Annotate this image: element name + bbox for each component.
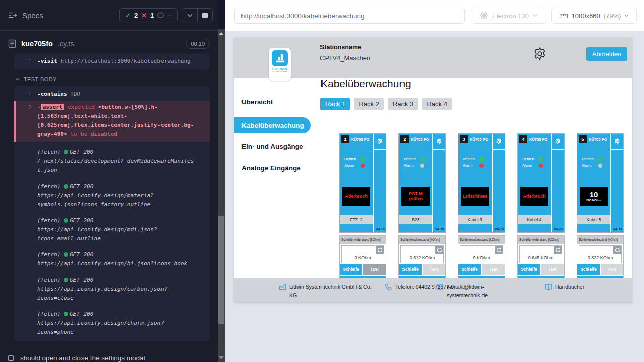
refresh-icon[interactable] <box>613 246 621 254</box>
refresh-icon[interactable] <box>554 246 562 254</box>
device-gear-icon[interactable] <box>552 134 564 150</box>
assert-message: assert expected <button.w-[50%].h-[1.563… <box>37 103 194 139</box>
status-ok-dot <box>64 278 68 282</box>
device-front: 4KÜ705-FOBetriebAlarmAderbruchKabel 4V4.… <box>517 133 565 233</box>
refresh-icon[interactable] <box>435 246 443 254</box>
cable-name: Kabel 3 <box>458 215 492 224</box>
aut-stage: Electron 130 1000x660 (79%) <box>225 0 644 362</box>
assert-chip: assert <box>41 104 65 110</box>
device-gear-icon[interactable] <box>611 134 623 150</box>
command-visit[interactable]: 1 visit http://localhost:3000/kabelueber… <box>14 56 210 67</box>
betrieb-led <box>479 157 484 161</box>
browser-select[interactable]: Electron 130 <box>471 8 546 24</box>
fetch-log-row[interactable]: (fetch) GET 200https://api.iconify.desig… <box>14 275 210 304</box>
refresh-icon[interactable] <box>376 246 384 254</box>
fetch-log-row[interactable]: (fetch) GET 200https://api.iconify.desig… <box>14 309 210 338</box>
refresh-icon[interactable] <box>495 246 503 254</box>
betrieb-led <box>361 157 365 161</box>
tdr-button[interactable]: TDR <box>363 264 386 275</box>
test-body-section[interactable]: TEST BODY <box>15 76 218 82</box>
schleife-button[interactable]: Schleife <box>577 264 600 275</box>
device-front: 3KÜ705-FOBetriebAlarmErdschlussKabel 3V4… <box>458 133 505 233</box>
footer-item-email[interactable]: kontakt@littwin-systemtechnik.de <box>436 283 495 300</box>
command-line-number: 1 <box>14 57 31 66</box>
tdr-button[interactable]: TDR <box>541 264 564 275</box>
device-number-badge: 1 <box>341 135 349 143</box>
alarm-led <box>361 164 365 168</box>
device-gear-icon[interactable] <box>433 134 445 150</box>
device-card-2: 2KÜ705-FOBetriebAlarmPST-M prüfenB23V4.1… <box>398 133 446 278</box>
resistance-label: Schleifenwiderstand [kOhm] <box>399 236 445 244</box>
status-ok-dot <box>64 150 68 154</box>
tdr-button[interactable]: TDR <box>482 264 505 275</box>
resistance-value: 0 KOhm <box>342 255 384 260</box>
fetch-method-status: GET 200 <box>70 311 93 317</box>
tdr-button[interactable]: TDR <box>423 264 445 275</box>
command-name: contains <box>37 90 67 97</box>
device-front: 1KÜ705-FOBetriebAlarmAderbruchFTZ_2V4.19 <box>339 133 386 233</box>
failed-assert-row[interactable]: 2 assert expected <button.w-[50%].h-[1.5… <box>14 101 210 142</box>
viewport-size-select[interactable]: 1000x660 (79%) <box>551 8 637 24</box>
pending-count: -- <box>167 12 172 19</box>
device-gear-icon[interactable] <box>374 134 386 150</box>
device-leds: BetriebAlarm <box>463 155 484 168</box>
littwin-logo-icon <box>272 50 288 66</box>
scroll-up-arrow[interactable] <box>219 32 224 35</box>
command-contains[interactable]: 1 contains TDR <box>14 88 210 100</box>
browser-url-bar: Electron 130 1000x660 (79%) <box>225 0 644 31</box>
url-input[interactable] <box>234 8 465 24</box>
viewport-zoom: (79%) <box>604 12 621 20</box>
status-ok-dot <box>64 218 68 223</box>
fetch-label: (fetch) <box>37 183 60 190</box>
rack-tab-3[interactable]: Rack 3 <box>388 98 418 110</box>
device-gear-icon[interactable] <box>493 134 505 150</box>
schleife-button[interactable]: Schleife <box>458 264 481 275</box>
settings-gear-icon[interactable] <box>532 46 547 61</box>
pending-test-title: should open and close the settings modal <box>20 354 145 362</box>
device-model: KÜ705-FO <box>589 137 607 142</box>
alarm-led <box>539 164 543 168</box>
device-leds: BetriebAlarm <box>344 155 365 168</box>
sidebar-item-1[interactable]: Übersicht <box>234 94 311 110</box>
resistance-value: 0.822 KOhm <box>579 255 621 260</box>
tdr-button[interactable]: TDR <box>601 264 623 275</box>
fetch-log-row[interactable]: (fetch) GET 200https://api.iconify.desig… <box>14 249 210 269</box>
betrieb-label: Betrieb <box>582 157 595 161</box>
sidebar-item-2[interactable]: Kabelüberwachung <box>234 117 311 133</box>
rack-tab-2[interactable]: Rack 2 <box>354 98 383 110</box>
chevron-down-icon <box>15 78 20 81</box>
stop-button[interactable] <box>197 9 212 22</box>
fetch-method-status: GET 200 <box>70 149 93 155</box>
rack-tab-1[interactable]: Rack 1 <box>320 98 350 110</box>
fetch-log-row[interactable]: (fetch) GET 200https://api.iconify.desig… <box>14 181 210 210</box>
alarm-label: Alarm <box>404 163 417 168</box>
footer-item-book[interactable]: Handbücher <box>545 283 616 293</box>
cable-name: FTZ_2 <box>340 215 373 224</box>
display-status: Erdschluss <box>462 194 488 199</box>
device-side-panel: V4.19 <box>492 134 505 232</box>
logout-button[interactable]: Abmelden <box>586 47 627 61</box>
schleife-button[interactable]: Schleife <box>518 264 540 275</box>
schleife-button[interactable]: Schleife <box>340 264 362 275</box>
scroll-down-arrow[interactable] <box>219 356 224 359</box>
rack-tab-4[interactable]: Rack 4 <box>422 98 451 110</box>
sidebar-item-4[interactable]: Analoge Eingänge <box>234 160 311 176</box>
littwin-logo: LITTWIN SYSTEMTECHNIK <box>269 48 291 81</box>
pending-test-row[interactable]: should open and close the settings modal <box>0 347 218 362</box>
sidebar-item-3[interactable]: Ein- und Ausgänge <box>234 138 311 154</box>
spec-file-row[interactable]: kue705fo.cy.ts 00:19 <box>0 31 218 54</box>
fetch-log-row[interactable]: (fetch) GET 200/_next/static/development… <box>14 147 210 176</box>
spec-extension: .cy.ts <box>58 40 74 48</box>
fetch-log-row[interactable]: (fetch) GET 200https://api.iconify.desig… <box>14 215 210 244</box>
reporter-scrollbar[interactable] <box>218 0 225 362</box>
device-card-5: 5KÜ705-FOBetriebAlarm10ISO MOhmKabel 5V4… <box>577 133 624 278</box>
fetch-url: https://api.iconify.design/bi.json?icons… <box>37 259 194 268</box>
chevron-down-icon <box>624 14 629 17</box>
specs-button[interactable]: Specs <box>8 11 43 20</box>
scrollbar-thumb[interactable] <box>218 216 224 324</box>
stop-icon <box>202 13 208 18</box>
schleife-button[interactable]: Schleife <box>399 264 422 275</box>
collapse-button[interactable] <box>182 9 197 22</box>
device-card-1: 1KÜ705-FOBetriebAlarmAderbruchFTZ_2V4.19… <box>339 133 386 278</box>
device-side-panel: V4.19 <box>432 134 445 232</box>
